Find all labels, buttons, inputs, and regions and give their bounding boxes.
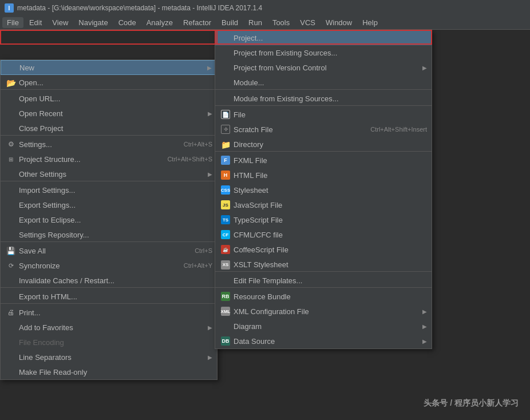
submenu-item-fxml[interactable]: F FXML File xyxy=(215,153,432,168)
project-vcs-arrow: ▶ xyxy=(422,65,427,71)
submenu-item-directory[interactable]: 📁 Directory xyxy=(215,137,432,152)
menu-item-settings[interactable]: ⚙ Settings... Ctrl+Alt+S xyxy=(1,137,217,152)
menu-view[interactable]: View xyxy=(48,17,73,28)
diagram-label: Diagram xyxy=(234,322,422,331)
open-label: Open... xyxy=(19,78,212,87)
diagram-arrow: ▶ xyxy=(422,323,427,330)
xml-config-icon: XML xyxy=(220,307,231,316)
synchronize-icon: ⟳ xyxy=(5,261,17,270)
invalidate-caches-icon xyxy=(5,276,17,286)
submenu-item-datasource[interactable]: DB Data Source ▶ xyxy=(215,334,432,348)
menu-item-make-readonly[interactable]: Make File Read-only xyxy=(1,364,217,379)
submenu-item-scratch-file[interactable]: ✧ Scratch File Ctrl+Alt+Shift+Insert xyxy=(215,122,432,137)
project-existing-label: Project from Existing Sources... xyxy=(234,49,427,57)
synchronize-shortcut: Ctrl+Alt+Y xyxy=(184,262,212,269)
submenu-item-project-existing[interactable]: Project from Existing Sources... xyxy=(215,45,432,60)
project-structure-icon: ⊞ xyxy=(5,154,17,164)
submenu-item-diagram[interactable]: Diagram ▶ xyxy=(215,319,432,334)
menu-edit[interactable]: Edit xyxy=(25,17,46,28)
project-existing-icon xyxy=(220,48,231,57)
coffee-label: CoffeeScript File xyxy=(234,245,427,254)
other-settings-icon xyxy=(5,170,17,179)
submenu-item-module-existing[interactable]: Module from Existing Sources... xyxy=(215,91,432,106)
settings-shortcut: Ctrl+Alt+S xyxy=(184,141,212,148)
export-settings-label: Export Settings... xyxy=(19,201,212,209)
menu-tools[interactable]: Tools xyxy=(268,17,294,28)
module-existing-icon xyxy=(220,94,231,104)
datasource-icon: DB xyxy=(220,336,231,346)
css-label: Stylesheet xyxy=(234,186,427,195)
menu-code[interactable]: Code xyxy=(114,17,141,28)
submenu-item-ts[interactable]: TS TypeScript File xyxy=(215,212,432,227)
edit-templates-label: Edit File Templates... xyxy=(234,276,427,285)
html-icon: H xyxy=(220,171,231,180)
menu-file[interactable]: File xyxy=(2,17,23,28)
menu-window[interactable]: Window xyxy=(321,17,357,28)
module-icon xyxy=(220,78,231,88)
submenu-item-html[interactable]: H HTML File xyxy=(215,168,432,183)
submenu-item-coffee[interactable]: ☕ CoffeeScript File xyxy=(215,242,432,257)
menu-item-open-url[interactable]: Open URL... xyxy=(1,91,217,106)
project-vcs-icon xyxy=(220,63,231,72)
menu-item-synchronize[interactable]: ⟳ Synchronize Ctrl+Alt+Y xyxy=(1,258,217,273)
menu-navigate[interactable]: Navigate xyxy=(74,17,112,28)
xml-config-arrow: ▶ xyxy=(422,308,427,315)
menu-item-invalidate-caches[interactable]: Invalidate Caches / Restart... xyxy=(1,273,217,288)
file-type-icon: 📄 xyxy=(220,110,231,119)
menu-item-line-separators[interactable]: Line Separators ▶ xyxy=(1,350,217,364)
make-readonly-icon xyxy=(5,367,17,377)
datasource-label: Data Source xyxy=(234,337,422,346)
new-submenu-dropdown: Project... Project from Existing Sources… xyxy=(215,30,432,349)
submenu-item-project[interactable]: Project... xyxy=(215,30,432,45)
menu-analyze[interactable]: Analyze xyxy=(142,17,177,28)
ts-icon: TS xyxy=(220,215,231,224)
resource-bundle-icon: RB xyxy=(220,292,231,301)
submenu-item-cfml[interactable]: CF CFML/CFC file xyxy=(215,227,432,242)
settings-repo-icon xyxy=(5,231,17,240)
title-text: metadata - [G:\ideanew\workspace\metadat… xyxy=(17,4,262,12)
menu-item-import-settings[interactable]: Import Settings... xyxy=(1,183,217,197)
submenu-item-resource-bundle[interactable]: RB Resource Bundle xyxy=(215,289,432,304)
import-settings-label: Import Settings... xyxy=(19,186,212,195)
settings-icon: ⚙ xyxy=(5,140,17,149)
submenu-item-xml-config[interactable]: XML XML Configuration File ▶ xyxy=(215,304,432,319)
menu-item-save-all[interactable]: 💾 Save All Ctrl+S xyxy=(1,243,217,258)
export-eclipse-label: Export to Eclipse... xyxy=(19,216,212,224)
menu-vcs[interactable]: VCS xyxy=(295,17,320,28)
menu-item-export-settings[interactable]: Export Settings... xyxy=(1,197,217,212)
xslt-icon: XS xyxy=(220,260,231,270)
menu-item-new[interactable]: New ▶ xyxy=(1,60,217,75)
close-project-label: Close Project xyxy=(19,124,212,133)
menu-help[interactable]: Help xyxy=(358,17,382,28)
submenu-item-module[interactable]: Module... xyxy=(215,75,432,90)
app-icon: I xyxy=(5,3,14,13)
scratch-file-icon: ✧ xyxy=(220,125,231,134)
menu-item-open-recent[interactable]: Open Recent ▶ xyxy=(1,106,217,121)
file-encoding-icon xyxy=(5,338,17,347)
print-label: Print... xyxy=(19,308,212,317)
menu-build[interactable]: Build xyxy=(217,17,243,28)
menu-item-other-settings[interactable]: Other Settings ▶ xyxy=(1,167,217,181)
project-vcs-label: Project from Version Control xyxy=(234,64,422,72)
submenu-item-project-vcs[interactable]: Project from Version Control ▶ xyxy=(215,60,432,75)
make-readonly-label: Make File Read-only xyxy=(19,368,212,377)
menu-item-close-project[interactable]: Close Project xyxy=(1,121,217,136)
new-label: New xyxy=(19,64,207,72)
menu-item-open[interactable]: 📂 Open... xyxy=(1,75,217,90)
new-arrow: ▶ xyxy=(207,65,212,71)
menu-item-print[interactable]: 🖨 Print... xyxy=(1,305,217,320)
submenu-item-file[interactable]: 📄 File xyxy=(215,107,432,122)
menu-item-add-favorites[interactable]: Add to Favorites ▶ xyxy=(1,320,217,335)
submenu-item-xslt[interactable]: XS XSLT Stylesheet xyxy=(215,257,432,272)
menu-item-export-html[interactable]: Export to HTML... xyxy=(1,289,217,304)
submenu-item-css[interactable]: CSS Stylesheet xyxy=(215,183,432,197)
submenu-item-js[interactable]: JS JavaScript File xyxy=(215,197,432,212)
menu-item-settings-repo[interactable]: Settings Repository... xyxy=(1,227,217,242)
css-icon: CSS xyxy=(220,185,231,195)
menu-item-project-structure[interactable]: ⊞ Project Structure... Ctrl+Alt+Shift+S xyxy=(1,152,217,167)
menu-run[interactable]: Run xyxy=(244,17,267,28)
submenu-item-edit-templates[interactable]: Edit File Templates... xyxy=(215,273,432,288)
menu-item-export-eclipse[interactable]: Export to Eclipse... xyxy=(1,212,217,227)
save-all-label: Save All xyxy=(19,247,185,255)
menu-refactor[interactable]: Refactor xyxy=(179,17,216,28)
